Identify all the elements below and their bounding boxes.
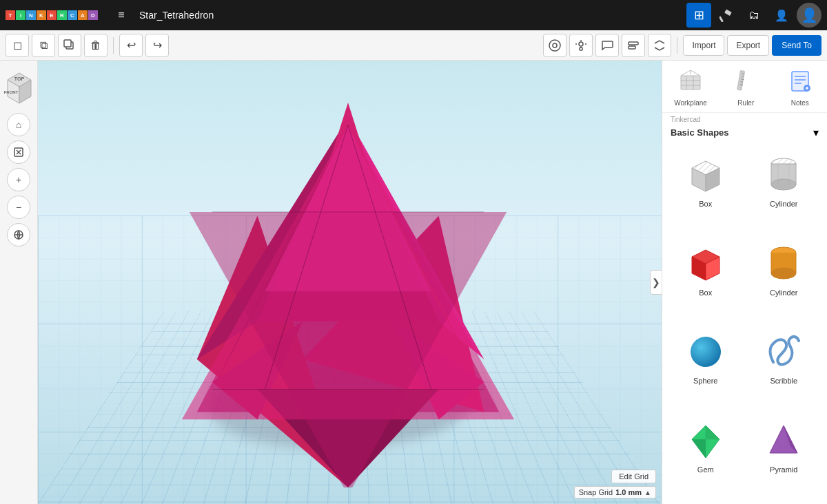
cylinder-orange-icon [762, 242, 806, 286]
export-button[interactable]: Export [727, 35, 769, 56]
topbar: T I N K E R C A D ≡ Star_Tetrahedron ⊞ 🗂… [0, 0, 827, 30]
undo-button[interactable]: ↩ [119, 34, 143, 57]
shape-box-gray[interactable]: Box [668, 147, 744, 233]
copy-button[interactable]: ⧉ [32, 34, 55, 57]
profile-button[interactable]: 👤 [797, 3, 821, 28]
svg-line-57 [741, 82, 743, 83]
shape-cylinder-gray[interactable]: Cylinder [746, 147, 822, 233]
shapes-category: Basic Shapes [671, 127, 813, 138]
shapes-dropdown[interactable]: ▾ [813, 126, 819, 139]
svg-point-83 [691, 337, 721, 367]
add-user-button[interactable]: 👤 [769, 3, 794, 28]
svg-rect-11 [580, 48, 582, 50]
right-panel: Workplane Ruler [662, 61, 827, 504]
toolbar: ◻ ⧉ 🗑 ↩ ↪ [0, 30, 827, 61]
shape-box-gray-label: Box [699, 200, 712, 208]
shape-pyramid[interactable]: Pyramid [746, 413, 822, 499]
zoom-in-button[interactable]: + [7, 168, 30, 191]
logo[interactable]: T I N K E R C A D [6, 10, 98, 20]
project-name: Star_Tetrahedron [139, 10, 214, 21]
grid-view-button[interactable]: ⊞ [686, 3, 711, 28]
notes-icon [785, 66, 815, 96]
hammer-view-button[interactable] [714, 3, 739, 28]
sphere-icon [684, 330, 728, 374]
home-button[interactable]: ⌂ [7, 113, 30, 136]
svg-line-56 [742, 79, 744, 80]
ruler-tool[interactable]: Ruler [731, 66, 761, 107]
redo-button[interactable]: ↪ [145, 34, 169, 57]
pyramid-icon [762, 419, 806, 463]
shape-scribble[interactable]: Scribble [746, 324, 822, 410]
svg-point-81 [771, 268, 796, 279]
duplicate-button[interactable] [58, 34, 81, 57]
toolbar-separator-1 [113, 37, 114, 54]
briefcase-view-button[interactable]: 🗂 [742, 3, 766, 28]
camera-button[interactable] [543, 34, 566, 57]
fit-button[interactable] [7, 140, 30, 164]
svg-line-54 [742, 74, 745, 74]
viewport[interactable]: ❯ Edit Grid Snap Grid 1.0 mm ▲ [38, 61, 662, 504]
shape-sphere[interactable]: Sphere [668, 324, 744, 410]
zoom-out-button[interactable]: − [7, 196, 30, 219]
box-gray-icon [684, 153, 728, 197]
shape-gem[interactable]: Gem [668, 413, 744, 499]
light-button[interactable] [569, 34, 593, 57]
align-button[interactable] [622, 34, 645, 57]
gem-icon [684, 419, 728, 463]
world-button[interactable] [7, 223, 30, 246]
import-button[interactable]: Import [683, 35, 724, 56]
svg-rect-13 [629, 46, 635, 49]
box-red-icon [684, 242, 728, 286]
new-button[interactable]: ◻ [6, 34, 29, 57]
right-toolbar: Workplane Ruler [662, 61, 827, 113]
view-cube[interactable]: TOP FRONT [1, 67, 37, 103]
svg-line-58 [740, 85, 743, 85]
svg-point-4 [549, 40, 560, 51]
ruler-label: Ruler [737, 99, 754, 107]
svg-rect-3 [64, 40, 71, 47]
svg-marker-85 [706, 426, 719, 439]
shape-cylinder-orange[interactable]: Cylinder [746, 236, 822, 322]
speech-button[interactable] [595, 34, 619, 57]
svg-point-6 [579, 42, 583, 46]
main: TOP FRONT ⌂ + − [0, 61, 827, 504]
shape-pyramid-label: Pyramid [770, 465, 797, 474]
workplane-icon [675, 66, 706, 96]
notes-tool[interactable]: Notes [785, 66, 815, 107]
svg-line-46 [681, 70, 691, 76]
shape-sphere-label: Sphere [693, 377, 717, 385]
toolbar-separator-2 [677, 37, 677, 54]
shape-box-red[interactable]: Box [668, 236, 744, 322]
svg-rect-0 [724, 9, 732, 16]
svg-rect-12 [629, 42, 638, 45]
notes-label: Notes [791, 99, 809, 107]
shape-gem-label: Gem [697, 465, 714, 474]
delete-button[interactable]: 🗑 [84, 34, 108, 57]
shape-box-red-label: Box [699, 288, 712, 297]
workplane-tool[interactable]: Workplane [674, 66, 707, 107]
snap-grid-up[interactable]: ▲ [644, 489, 651, 496]
snap-grid-value: 1.0 mm [615, 488, 642, 496]
flip-button[interactable] [648, 34, 671, 57]
shapes-grid: Box [662, 142, 827, 504]
send-to-button[interactable]: Send To [772, 35, 821, 56]
shapes-source: Tinkercad [662, 113, 827, 123]
svg-text:TOP: TOP [14, 76, 25, 81]
cylinder-gray-icon [762, 153, 806, 197]
snap-grid-label: Snap Grid [579, 488, 613, 496]
scribble-icon [762, 330, 806, 374]
svg-line-47 [691, 70, 700, 76]
svg-rect-53 [737, 70, 745, 90]
edit-grid-button[interactable]: Edit Grid [611, 470, 656, 483]
workplane-label: Workplane [674, 99, 707, 107]
collapse-arrow[interactable]: ❯ [650, 270, 662, 295]
shape-scribble-label: Scribble [770, 377, 797, 385]
topbar-right: ⊞ 🗂 👤 👤 [686, 3, 821, 28]
svg-rect-1 [719, 16, 724, 22]
grid-controls: Edit Grid Snap Grid 1.0 mm ▲ [574, 470, 656, 498]
menu-icon[interactable]: ≡ [109, 3, 134, 28]
ruler-icon [731, 66, 761, 96]
shape-cylinder-orange-label: Cylinder [770, 288, 797, 297]
left-panel: TOP FRONT ⌂ + − [0, 61, 38, 504]
shape-cylinder-gray-label: Cylinder [770, 200, 797, 208]
